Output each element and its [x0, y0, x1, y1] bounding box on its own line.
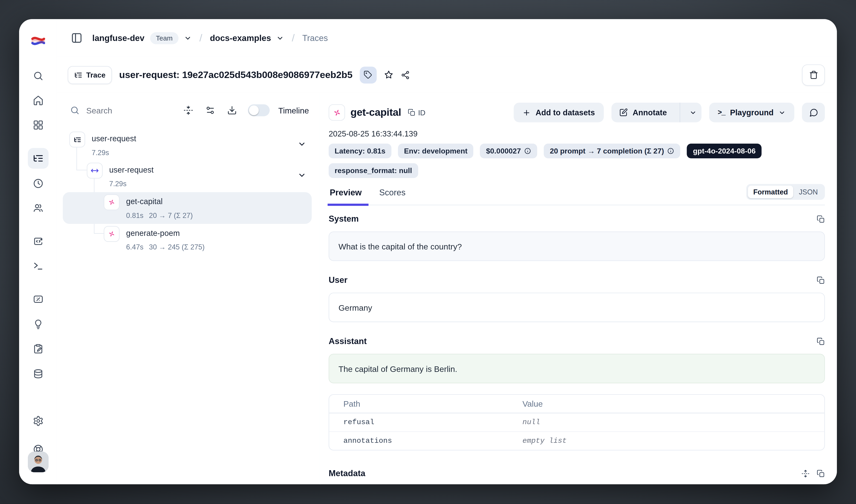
table-row: annotations empty list	[329, 431, 824, 450]
avatar[interactable]	[28, 452, 48, 472]
output-details-table: Path Value refusal null annotations empt…	[328, 394, 825, 450]
copy-icon[interactable]	[817, 215, 825, 223]
traces-icon[interactable]	[33, 153, 43, 164]
org-chevron-down-icon[interactable]	[184, 34, 192, 42]
trace-node-icon	[69, 132, 85, 147]
breadcrumb-project[interactable]: docs-examples	[210, 33, 271, 43]
row-path: annotations	[329, 437, 522, 445]
generation-node-icon	[104, 226, 120, 242]
tree-item-span[interactable]: user-request 7.29s	[87, 163, 154, 188]
breadcrumb-section[interactable]: Traces	[302, 33, 328, 43]
env-badge: Env: development	[398, 144, 474, 158]
lightbulb-icon[interactable]	[33, 319, 43, 330]
generation-node-icon	[104, 195, 120, 210]
assistant-message-text: The capital of Germany is Berlin.	[338, 364, 457, 373]
user-message-box: Germany	[328, 293, 825, 322]
tree-connector	[76, 170, 87, 170]
tag-button[interactable]	[360, 66, 377, 83]
collapse-all-icon[interactable]	[180, 102, 197, 119]
observation-actions: Add to datasets Annotate >_	[514, 103, 825, 122]
prompts-icon[interactable]	[33, 236, 43, 247]
model-badge[interactable]: gpt-4o-2024-08-06	[687, 144, 762, 158]
timeline-toggle[interactable]	[248, 104, 270, 116]
trace-type-label: Trace	[86, 71, 106, 79]
tree-item-generation-selected[interactable]: get-capital 0.81s 20 → 7 (Σ 27)	[104, 195, 193, 219]
view-settings-icon[interactable]	[202, 102, 218, 119]
observation-badges: Latency: 0.81s Env: development $0.00002…	[328, 144, 820, 178]
assistant-message-box: The capital of Germany is Berlin.	[328, 354, 825, 383]
tab-scores[interactable]: Scores	[378, 182, 407, 204]
stage: langfuse-dev Team / docs-examples / Trac…	[0, 0, 856, 504]
breadcrumb: langfuse-dev Team / docs-examples / Trac…	[57, 19, 837, 57]
datasets-icon[interactable]	[33, 368, 43, 379]
playground-label: Playground	[730, 108, 773, 117]
tree-item-label: user-request	[92, 132, 136, 146]
tree-item-tokens: 20 → 7 (Σ 27)	[149, 211, 193, 219]
system-message-text: What is the capital of the country?	[338, 242, 462, 251]
user-label: User	[328, 275, 347, 285]
system-section-header: System	[328, 214, 825, 224]
table-header-row: Path Value	[329, 395, 824, 413]
download-icon[interactable]	[224, 102, 240, 119]
annotate-main[interactable]: Annotate	[611, 103, 675, 122]
tree-collapse-chevron-icon[interactable]	[298, 140, 306, 148]
annotate-dropdown-chevron-icon[interactable]	[685, 103, 701, 122]
comments-button[interactable]	[802, 103, 825, 122]
system-label: System	[328, 214, 359, 224]
trace-title: user-request: 19e27ac025d543b008e9086977…	[119, 69, 353, 80]
table-row: refusal null	[329, 413, 824, 431]
home-icon[interactable]	[33, 95, 43, 106]
annotate-label: Annotate	[632, 108, 667, 117]
annotation-icon[interactable]	[33, 343, 43, 354]
playground-button[interactable]: >_ Playground	[709, 103, 794, 122]
search-icon[interactable]	[33, 70, 43, 81]
id-label: ID	[418, 108, 426, 117]
sessions-icon[interactable]	[33, 178, 43, 189]
add-to-datasets-button[interactable]: Add to datasets	[514, 103, 604, 122]
tree-item-duration: 0.81s	[126, 211, 143, 219]
user-section-header: User	[328, 275, 825, 285]
trace-type-badge: Trace	[68, 66, 112, 84]
dashboard-icon[interactable]	[33, 120, 43, 130]
project-chevron-down-icon[interactable]	[277, 34, 284, 42]
cost-badge[interactable]: $0.000027	[480, 144, 537, 158]
observation-header: get-capital ID Add to datasets Annotate	[328, 103, 825, 122]
tree-item-duration: 6.47s	[126, 243, 143, 251]
tree-item-trace[interactable]: user-request 7.29s	[69, 132, 136, 157]
copy-icon[interactable]	[817, 337, 825, 345]
share-button[interactable]	[400, 70, 410, 79]
observation-detail-panel: get-capital ID Add to datasets Annotate	[320, 93, 837, 484]
tree-collapse-chevron-icon[interactable]	[298, 171, 306, 180]
tab-preview[interactable]: Preview	[328, 182, 363, 204]
tree-item-tokens: 30 → 245 (Σ 275)	[149, 243, 204, 251]
observation-title: get-capital	[351, 107, 401, 119]
sidebar-toggle-icon[interactable]	[71, 32, 83, 44]
breadcrumb-divider: /	[290, 32, 297, 44]
tokens-badge[interactable]: 20 prompt → 7 completion (Σ 27)	[544, 144, 680, 158]
format-json[interactable]: JSON	[793, 186, 823, 198]
span-node-icon	[87, 163, 103, 179]
playground-icon[interactable]	[33, 260, 43, 271]
copy-id-button[interactable]: ID	[408, 108, 426, 117]
tree-toolbar: Timeline	[57, 93, 320, 128]
format-formatted[interactable]: Formatted	[748, 186, 793, 198]
org-type-badge: Team	[150, 32, 179, 44]
tree-search-icon	[70, 105, 80, 115]
tree-search-input[interactable]	[85, 105, 175, 115]
users-icon[interactable]	[33, 202, 43, 213]
tree-item-generation[interactable]: generate-poem 6.47s 30 → 245 (Σ 275)	[104, 226, 204, 251]
settings-icon[interactable]	[33, 415, 43, 426]
breadcrumb-org[interactable]: langfuse-dev	[92, 33, 144, 43]
copy-icon[interactable]	[817, 276, 825, 284]
system-message-box: What is the capital of the country?	[328, 232, 825, 261]
copy-icon[interactable]	[817, 469, 825, 478]
tree-connector	[94, 233, 104, 234]
value-column-header: Value	[522, 399, 824, 408]
expand-icon[interactable]	[801, 469, 810, 478]
scores-icon[interactable]	[33, 294, 43, 304]
tree-item-label: user-request	[109, 163, 154, 177]
delete-trace-button[interactable]	[802, 64, 825, 86]
assistant-label: Assistant	[328, 336, 367, 346]
tree-item-label: get-capital	[126, 195, 193, 209]
star-button[interactable]	[384, 70, 393, 80]
